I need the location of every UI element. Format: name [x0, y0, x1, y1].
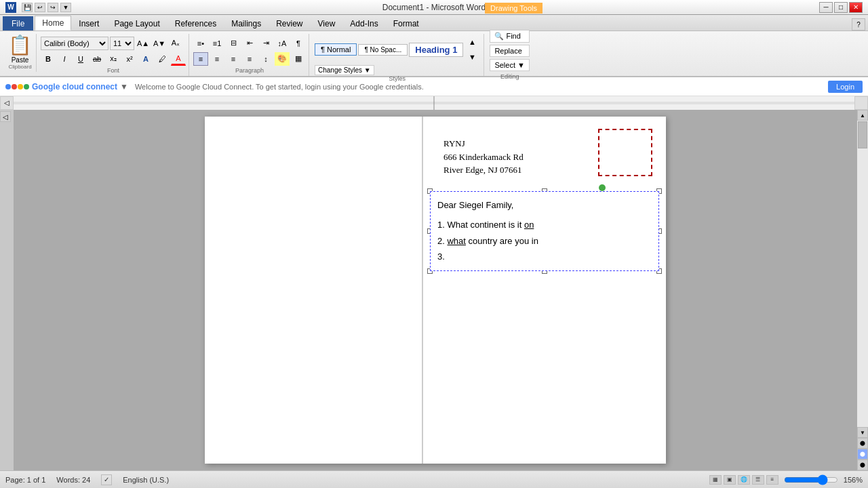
- align-center-btn[interactable]: ≡: [210, 52, 224, 66]
- tab-format[interactable]: Format: [386, 16, 427, 30]
- login-button[interactable]: Login: [828, 81, 863, 93]
- zoom-slider[interactable]: [784, 474, 838, 485]
- styles-scroll-down[interactable]: ▼: [465, 50, 479, 64]
- text-highlight-btn[interactable]: 🖊: [155, 52, 170, 66]
- scroll-track[interactable]: [857, 121, 868, 427]
- bold-btn[interactable]: B: [41, 52, 56, 66]
- tab-review[interactable]: Review: [269, 16, 310, 30]
- text-effects-btn[interactable]: A: [138, 52, 153, 66]
- toolbar-area: 📋 Paste Clipboard Calibri (Body) 11 A▲ A…: [0, 31, 868, 77]
- ruler-collapse-btn[interactable]: ◁: [0, 96, 14, 110]
- close-button[interactable]: ✕: [849, 2, 863, 13]
- quick-access-dropdown[interactable]: ▼: [60, 3, 71, 12]
- find-btn[interactable]: 🔍 Find: [490, 30, 530, 43]
- quick-access-save[interactable]: 💾: [22, 3, 33, 12]
- scroll-select-browse[interactable]: ⬤: [857, 449, 868, 460]
- multilevel-list-btn[interactable]: ⊟: [226, 37, 241, 50]
- cloud-message: Welcome to Google Cloud Connect. To get …: [135, 83, 424, 91]
- increase-font-btn[interactable]: A▲: [136, 37, 151, 50]
- change-styles-btn[interactable]: Change Styles ▼: [315, 65, 374, 75]
- styles-scroll-up[interactable]: ▲: [465, 35, 479, 49]
- number-list-btn[interactable]: ≡1: [210, 37, 224, 50]
- tab-page-layout[interactable]: Page Layout: [106, 16, 167, 30]
- underline-btn[interactable]: U: [73, 52, 88, 66]
- clear-format-btn[interactable]: Aₓ: [168, 37, 183, 50]
- view-draft[interactable]: ≡: [766, 475, 778, 485]
- left-margin-toggle[interactable]: ◁: [0, 111, 11, 122]
- tab-mailings[interactable]: Mailings: [224, 16, 269, 30]
- font-group: Calibri (Body) 11 A▲ A▼ Aₓ B I U ab x₂ x…: [38, 34, 189, 76]
- clipboard-label: Clipboard: [8, 64, 31, 70]
- view-outline[interactable]: ☰: [752, 475, 764, 485]
- show-formatting-btn[interactable]: ¶: [291, 37, 306, 50]
- view-print-layout[interactable]: ▦: [709, 475, 722, 485]
- increase-indent-btn[interactable]: ⇥: [258, 37, 273, 50]
- word-count: Words: 24: [56, 476, 90, 484]
- maximize-button[interactable]: □: [834, 2, 848, 13]
- tab-view[interactable]: View: [311, 16, 343, 30]
- quick-access-redo[interactable]: ↪: [47, 3, 58, 12]
- scroll-thumb[interactable]: [858, 121, 867, 148]
- vertical-scrollbar: ▲ ▼ ⬤ ⬤ ⬤: [857, 110, 868, 470]
- scroll-page-up[interactable]: ⬤: [857, 438, 868, 449]
- italic-btn[interactable]: I: [57, 52, 72, 66]
- letter-item1: 1. What continent is it on: [437, 217, 652, 232]
- align-left-btn[interactable]: ≡: [193, 52, 208, 66]
- view-full-screen[interactable]: ▣: [724, 475, 736, 485]
- quick-access-undo[interactable]: ↩: [35, 3, 45, 12]
- shading-btn[interactable]: 🎨: [275, 52, 290, 66]
- ruler-right-btn[interactable]: [854, 96, 868, 110]
- ruler-area: ◁: [0, 96, 868, 110]
- subscript-btn[interactable]: x₂: [106, 52, 121, 66]
- letter-text-box[interactable]: Dear Siegel Family, 1. What continent is…: [430, 191, 659, 271]
- style-heading1[interactable]: Heading 1: [409, 43, 463, 57]
- text-box-container: Dear Siegel Family, 1. What continent is…: [430, 191, 659, 271]
- spell-check-icon[interactable]: ✓: [101, 474, 112, 485]
- scroll-up-btn[interactable]: ▲: [857, 110, 868, 121]
- tab-home[interactable]: Home: [35, 16, 71, 30]
- paragraph-group: ≡• ≡1 ⊟ ⇤ ⇥ ↕A ¶ ≡ ≡ ≡ ≡ ↕ 🎨 ▦ Paragraph: [191, 34, 309, 76]
- superscript-btn[interactable]: x²: [122, 52, 137, 66]
- paragraph-group-label: Paragraph: [193, 67, 306, 74]
- scroll-down-btn[interactable]: ▼: [857, 427, 868, 438]
- view-web[interactable]: 🌐: [738, 475, 750, 485]
- help-icon[interactable]: ?: [852, 18, 865, 30]
- justify-btn[interactable]: ≡: [242, 52, 257, 66]
- tab-insert[interactable]: Insert: [71, 16, 106, 30]
- tab-references[interactable]: References: [167, 16, 224, 30]
- google-colored-dots: [5, 84, 29, 89]
- ribbon-tab-bar: File Home Insert Page Layout References …: [0, 15, 868, 31]
- paste-group: 📋 Paste Clipboard: [4, 34, 37, 72]
- line-spacing-btn[interactable]: ↕: [258, 52, 273, 66]
- paste-icon[interactable]: 📋: [8, 36, 32, 55]
- style-normal[interactable]: ¶ Normal: [315, 43, 357, 56]
- editing-group: 🔍 Find Replace Select ▼ Editing: [486, 34, 534, 76]
- border-btn[interactable]: ▦: [291, 52, 306, 66]
- tab-file[interactable]: File: [3, 16, 33, 30]
- window-controls: ─ □ ✕: [819, 2, 863, 13]
- styles-arrows: ▲ ▼: [465, 35, 479, 64]
- replace-btn[interactable]: Replace: [490, 45, 530, 57]
- minimize-button[interactable]: ─: [819, 2, 833, 13]
- tab-add-ins[interactable]: Add-Ins: [342, 16, 385, 30]
- strikethrough-btn[interactable]: ab: [90, 52, 104, 66]
- style-no-spacing[interactable]: ¶ No Spac...: [358, 44, 408, 56]
- view-buttons: ▦ ▣ 🌐 ☰ ≡: [709, 475, 778, 485]
- styles-group-label: Styles: [315, 75, 479, 82]
- item1-underline: on: [524, 220, 534, 230]
- font-name-select[interactable]: Calibri (Body): [41, 37, 108, 50]
- decrease-indent-btn[interactable]: ⇤: [242, 37, 257, 50]
- scroll-page-down[interactable]: ⬤: [857, 460, 868, 470]
- bullet-list-btn[interactable]: ≡•: [193, 37, 208, 50]
- decrease-font-btn[interactable]: A▼: [152, 37, 167, 50]
- editing-group-label: Editing: [490, 73, 530, 80]
- sort-btn[interactable]: ↕A: [275, 37, 290, 50]
- select-btn[interactable]: Select ▼: [490, 59, 530, 71]
- language: English (U.S.): [123, 476, 169, 484]
- align-right-btn[interactable]: ≡: [226, 52, 241, 66]
- font-color-btn[interactable]: A: [171, 52, 186, 66]
- paste-label[interactable]: Paste: [12, 56, 29, 64]
- rotation-handle[interactable]: [599, 184, 606, 191]
- window-title: Document1 - Microsoft Word: [382, 3, 486, 12]
- font-size-select[interactable]: 11: [110, 37, 134, 50]
